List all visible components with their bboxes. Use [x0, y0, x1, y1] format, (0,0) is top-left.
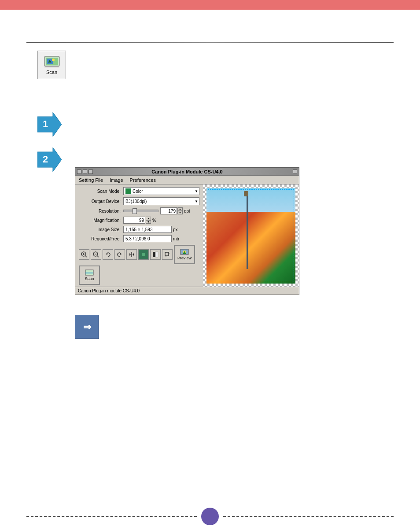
svg-marker-20	[129, 253, 131, 256]
preview-background	[203, 184, 299, 295]
svg-rect-25	[155, 252, 158, 257]
zoom-in-button[interactable]	[79, 249, 89, 260]
zoom-button[interactable]	[88, 170, 93, 174]
scan-mode-label: Scan Mode:	[79, 189, 121, 194]
svg-marker-8	[37, 148, 62, 172]
dropdown-arrow: ▼	[195, 189, 198, 193]
svg-rect-23	[142, 253, 145, 256]
dropdown-arrow-2: ▼	[195, 199, 198, 203]
required-free-input: 5.3 / 2,096.0	[123, 235, 172, 242]
plugin-menubar: Setting File Image Preferences	[75, 176, 299, 184]
svg-text:1: 1	[43, 118, 48, 129]
svg-line-16	[97, 256, 99, 257]
magnification-unit: %	[152, 218, 156, 223]
scan-mode-select[interactable]: Color ▼	[123, 187, 199, 195]
svg-marker-21	[133, 253, 134, 256]
plugin-content: Scan Mode: Color ▼ Output Device: BJ(180…	[75, 184, 299, 295]
svg-rect-24	[153, 252, 155, 257]
minimize-button[interactable]	[83, 170, 87, 174]
note-box: ⇒	[75, 315, 99, 339]
plugin-toolbar: Preview Scan	[79, 245, 199, 285]
bottom-dash-right	[223, 516, 394, 517]
magnification-label: Magnification:	[79, 218, 121, 223]
spin-up[interactable]: ▲	[177, 207, 183, 211]
resolution-slider-container: 179 ▲ ▼ dpi	[123, 207, 199, 214]
magnification-input[interactable]: 99	[123, 217, 145, 224]
plugin-title: Canon Plug-in Module CS-U4.0	[151, 169, 222, 174]
output-device-label: Output Device:	[79, 199, 121, 204]
required-free-unit: mb	[173, 236, 179, 241]
image-size-label: Image Size:	[79, 227, 121, 232]
menu-preferences[interactable]: Preferences	[130, 177, 156, 183]
scan-action-label: Scan	[85, 277, 94, 281]
plugin-titlebar: Canon Plug-in Module CS-U4.0	[75, 168, 299, 176]
crop-button[interactable]	[162, 249, 173, 260]
plugin-left-panel: Scan Mode: Color ▼ Output Device: BJ(180…	[75, 184, 203, 295]
scan-mode-row: Scan Mode: Color ▼	[79, 187, 199, 195]
svg-text:2: 2	[43, 154, 48, 165]
scan-mode-value: Color	[133, 189, 143, 194]
required-free-row: Required/Free: 5.3 / 2,096.0 mb	[79, 235, 199, 242]
image-size-unit: px	[173, 227, 178, 232]
bottom-page-indicator	[201, 508, 219, 525]
plugin-statusbar: Canon Plug-in module CS-U4.0	[75, 287, 299, 295]
spin-down[interactable]: ▼	[177, 211, 183, 214]
rotate-cw-button[interactable]	[114, 249, 125, 260]
required-free-label: Required/Free:	[79, 236, 121, 241]
plugin-window: Canon Plug-in Module CS-U4.0 Setting Fil…	[75, 167, 299, 295]
titlebar-close-right[interactable]	[293, 170, 297, 174]
svg-marker-6	[37, 112, 62, 136]
scan-icon	[44, 55, 60, 69]
resolution-spin: ▲ ▼	[177, 207, 183, 214]
image-size-input: 1,155 × 1,593	[123, 226, 172, 233]
resolution-unit: dpi	[184, 209, 190, 214]
preview-button[interactable]: Preview	[174, 245, 195, 264]
svg-rect-26	[165, 252, 169, 256]
svg-point-4	[52, 59, 55, 61]
menu-image[interactable]: Image	[110, 177, 123, 183]
svg-line-13	[85, 256, 87, 257]
slider-thumb[interactable]	[133, 208, 137, 214]
statusbar-text: Canon Plug-in module CS-U4.0	[78, 288, 140, 293]
preview-image	[206, 188, 295, 284]
rotate-ccw-button[interactable]	[103, 249, 113, 260]
zoom-out-button[interactable]	[91, 249, 101, 260]
output-device-value: BJ(180dpi)	[125, 199, 147, 204]
step2-indicator: 2	[37, 148, 64, 172]
resolution-input[interactable]: 179	[160, 207, 177, 214]
step1-indicator: 1	[37, 112, 64, 136]
resolution-row: Resolution: 179 ▲ ▼ dpi	[79, 207, 199, 214]
plugin-preview-area	[203, 184, 299, 295]
mag-spin-down[interactable]: ▼	[146, 220, 151, 224]
output-device-row: Output Device: BJ(180dpi) ▼	[79, 197, 199, 205]
mag-spin-up[interactable]: ▲	[146, 217, 151, 220]
resolution-label: Resolution:	[79, 209, 121, 214]
output-device-select[interactable]: BJ(180dpi) ▼	[123, 197, 199, 205]
image-size-row: Image Size: 1,155 × 1,593 px	[79, 226, 199, 233]
magnification-row: Magnification: 99 ▲ ▼ %	[79, 217, 199, 224]
color-button[interactable]	[138, 249, 149, 260]
flip-button[interactable]	[126, 249, 137, 260]
bw-button[interactable]	[150, 249, 161, 260]
bottom-dash-left	[26, 516, 197, 517]
scan-button-label: Scan	[46, 70, 57, 75]
top-header-bar	[0, 0, 420, 10]
resolution-slider[interactable]	[123, 210, 158, 212]
note-arrow-icon: ⇒	[83, 321, 91, 333]
color-indicator	[125, 188, 131, 194]
titlebar-buttons	[77, 170, 93, 174]
magnification-spin: ▲ ▼	[146, 217, 151, 224]
close-button[interactable]	[77, 170, 81, 174]
menu-setting-file[interactable]: Setting File	[79, 177, 103, 183]
preview-label: Preview	[177, 256, 192, 260]
section-divider	[26, 42, 394, 43]
plugin-scan-button[interactable]: Scan	[79, 266, 100, 285]
bottom-divider	[26, 516, 394, 517]
scan-button[interactable]: Scan	[37, 51, 66, 79]
